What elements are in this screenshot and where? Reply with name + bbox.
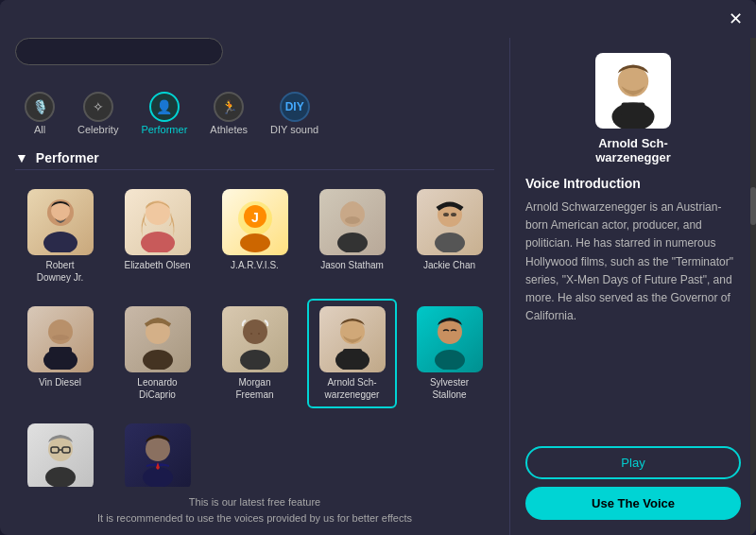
svg-point-16 [451,213,456,216]
voice-name-elizabeth: Elizabeth Olsen [124,259,190,271]
avatar-elizabeth [125,189,191,255]
voice-intro-title: Voice Introduction [525,176,741,191]
svg-rect-18 [49,347,72,360]
svg-point-8 [240,233,270,252]
play-button[interactable]: Play [525,446,741,479]
footer-note: This is our latest free feature It is re… [15,494,494,527]
svg-rect-28 [343,349,362,360]
modal-header: ✕ [0,0,756,38]
avatar-row3a [27,423,94,487]
use-voice-button[interactable]: Use The Voice [525,487,741,520]
svg-point-20 [52,335,69,340]
tab-all-label: All [34,124,45,135]
voice-name-vindiesel: Vin Diesel [39,376,81,388]
svg-point-25 [250,333,252,335]
avatar-vindiesel [27,306,94,372]
voice-card-jason[interactable]: Jason Statham [307,181,397,291]
tab-performer-icon: 👤 [149,92,180,122]
svg-point-12 [345,216,360,224]
right-panel: Arnold Sch-warzenegger Voice Introductio… [510,38,756,535]
voice-card-vindiesel[interactable]: Vin Diesel [15,299,105,408]
svg-point-1 [43,232,77,252]
svg-point-3 [141,232,175,252]
svg-rect-41 [622,103,645,117]
voice-name-sylvester: SylvesterStallone [430,376,469,401]
avatar-jason [319,189,386,255]
voice-name-arnold: Arnold Sch-warzenegger [325,376,380,401]
voice-card-jackie[interactable]: Jackie Chan [404,181,494,291]
svg-point-24 [243,319,267,344]
voice-card-row3a[interactable] [15,416,105,487]
tab-diy[interactable]: DIY DIY sound [261,88,328,139]
avatar-leonardo [125,306,191,372]
tab-all-icon: 🎙️ [25,92,55,122]
avatar-jarvis: J [222,189,288,255]
voice-name-jarvis: J.A.R.V.I.S. [231,259,279,271]
tab-all[interactable]: 🎙️ All [15,88,64,139]
voice-card-morgan[interactable]: MorganFreeman [210,299,300,408]
section-header: ▼ Performer [15,150,494,170]
svg-point-23 [240,350,270,370]
tab-athletes-icon: 🏃 [214,92,244,122]
voice-selector-modal: ✕ 🔍 🎙️ All ✧ Celebrity [0,0,756,535]
voice-card-leonardo[interactable]: LeonardoDiCaprio [112,299,202,408]
voice-name-jackie: Jackie Chan [423,259,475,271]
voice-card-row3b[interactable] [112,416,202,487]
search-container: 🔍 [15,38,494,77]
avatar-robert [27,189,94,255]
scrollbar-thumb [750,187,756,225]
left-panel: 🔍 🎙️ All ✧ Celebrity 👤 Performer [0,38,510,535]
tab-celebrity-label: Celebrity [77,124,118,135]
tab-performer-label: Performer [141,124,187,135]
svg-point-13 [435,233,465,252]
svg-point-9 [337,233,368,252]
avatar-morgan [222,306,288,372]
tab-performer[interactable]: 👤 Performer [131,88,197,139]
tab-diy-icon: DIY [280,92,310,122]
svg-point-31 [438,319,462,344]
voice-card-sylvester[interactable]: SylvesterStallone [404,299,494,408]
voice-name-jason: Jason Statham [320,259,384,271]
avatar-arnold [319,306,386,372]
footer-line1: This is our latest free feature [15,494,494,511]
svg-point-26 [258,333,260,335]
voice-card-elizabeth[interactable]: Elizabeth Olsen [112,181,202,291]
voice-card-jarvis[interactable]: J J.A.R.V.I.S. [210,181,300,291]
svg-point-37 [143,467,173,487]
svg-point-19 [48,319,73,344]
tab-athletes-label: Athletes [210,124,248,135]
tab-celebrity-icon: ✧ [83,92,113,122]
voice-name-morgan: MorganFreeman [235,376,273,401]
voice-card-arnold[interactable]: Arnold Sch-warzenegger [307,299,397,408]
footer-line2: It is recommended to use the voices prov… [15,510,494,527]
svg-text:J: J [251,210,259,225]
tab-celebrity[interactable]: ✧ Celebrity [68,88,128,139]
scrollbar-track[interactable] [750,38,756,535]
tab-diy-label: DIY sound [270,124,318,135]
voice-grid: RobertDowney Jr. [15,181,494,487]
tabs-container: 🎙️ All ✧ Celebrity 👤 Performer 🏃 Athlete… [15,88,494,139]
svg-point-33 [48,437,73,461]
svg-point-15 [443,213,449,216]
svg-point-30 [435,350,465,370]
voice-card-robert[interactable]: RobertDowney Jr. [15,181,105,291]
modal-body: 🔍 🎙️ All ✧ Celebrity 👤 Performer [0,38,756,535]
avatar-jackie [417,189,483,255]
selected-voice-name: Arnold Sch-warzenegger [525,136,741,164]
voice-name-robert: RobertDowney Jr. [37,259,83,284]
svg-point-38 [146,437,170,461]
selected-avatar [595,53,671,129]
avatar-row3b [125,423,191,487]
svg-point-32 [45,467,76,487]
close-button[interactable]: ✕ [724,8,747,30]
collapse-icon[interactable]: ▼ [15,150,28,165]
voice-name-leonardo: LeonardoDiCaprio [137,376,177,401]
section-label: Performer [36,150,99,165]
voice-intro-text: Arnold Schwarzenegger is an Austrian-bor… [525,198,741,431]
avatar-sylvester [417,306,483,372]
action-buttons: Play Use The Voice [525,446,741,520]
svg-point-21 [143,350,173,370]
tab-athletes[interactable]: 🏃 Athletes [200,88,257,139]
search-input[interactable] [15,38,223,65]
